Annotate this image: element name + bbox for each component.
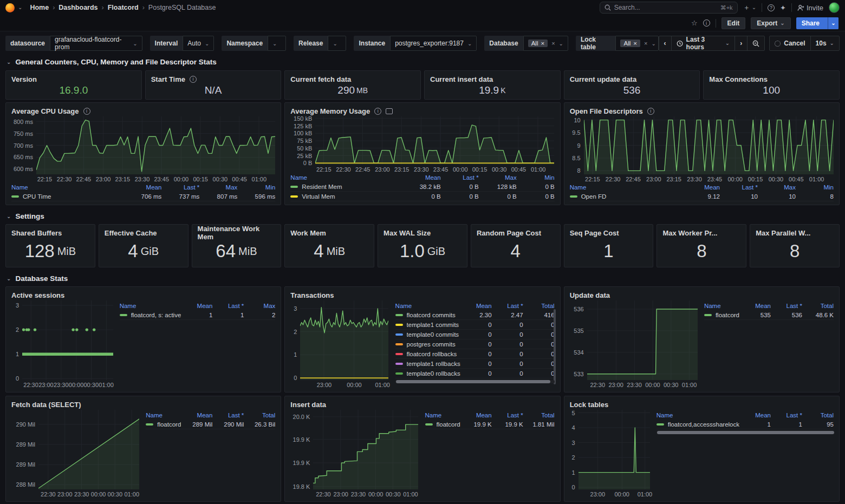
legend-col-last[interactable]: Last * bbox=[212, 412, 244, 418]
update-chart[interactable]: 53653553453322:3023:0023:3000:0000:3001:… bbox=[570, 300, 698, 389]
value-tag[interactable]: All× bbox=[620, 40, 640, 47]
legend-col-max[interactable]: Max bbox=[758, 184, 796, 191]
time-shift-forward-button[interactable]: › bbox=[735, 36, 748, 50]
legend-col-mean[interactable]: Mean bbox=[739, 303, 771, 309]
panel-title[interactable]: Lock tables bbox=[570, 399, 834, 410]
series-name[interactable]: floatcord commits bbox=[407, 312, 460, 318]
legend-col-total[interactable]: Total bbox=[523, 303, 555, 309]
legend-col-total[interactable]: Total bbox=[802, 303, 834, 309]
panel-title[interactable]: Update data bbox=[570, 290, 834, 300]
variable-value-picker[interactable]: postgres_exporter:9187⌄ bbox=[390, 36, 477, 51]
transactions-chart[interactable]: 321023:0000:0001:00 bbox=[290, 300, 388, 389]
legend-col-name[interactable]: Name bbox=[570, 184, 682, 191]
variable-value-picker[interactable]: All××⌄ bbox=[615, 36, 658, 51]
series-name[interactable]: CPU Time bbox=[23, 193, 123, 200]
variable-value-picker[interactable]: grafanacloud-floatcord-prom⌄ bbox=[50, 36, 142, 51]
section-database-stats[interactable]: ⌄ Database Stats bbox=[6, 274, 840, 283]
section-settings[interactable]: ⌄ Settings bbox=[6, 212, 840, 220]
series-name[interactable]: template0 rollbacks bbox=[407, 370, 460, 377]
share-dropdown-icon[interactable]: ⌄ bbox=[828, 17, 838, 29]
clear-icon[interactable]: × bbox=[551, 40, 555, 47]
legend-col-min[interactable]: Min bbox=[796, 184, 834, 191]
variable-instance[interactable]: Instancepostgres_exporter:9187⌄ bbox=[354, 36, 477, 51]
legend-col-name[interactable]: Name bbox=[290, 174, 402, 181]
add-button[interactable]: ＋⌄ bbox=[743, 3, 756, 12]
series-name[interactable]: template1 commits bbox=[407, 322, 460, 328]
dashboard-info-icon[interactable]: i bbox=[703, 19, 710, 27]
variable-release[interactable]: Release⌄ bbox=[294, 36, 346, 51]
legend-col-mean[interactable]: Mean bbox=[682, 184, 720, 191]
legend-col-min[interactable]: Min bbox=[517, 174, 555, 181]
legend-col-mean[interactable]: Mean bbox=[460, 412, 492, 418]
memory-chart[interactable]: 150 kB125 kB100 kB75 kB50 kB25 kB0 B22:1… bbox=[290, 116, 554, 173]
legend-col-last[interactable]: Last * bbox=[771, 412, 802, 418]
sessions-chart[interactable]: 321022:3023:0023:3000:0000:3001:00 bbox=[11, 300, 113, 389]
series-name[interactable]: template0 commits bbox=[407, 331, 460, 338]
variable-database[interactable]: DatabaseAll××⌄ bbox=[484, 36, 568, 51]
legend-col-name[interactable]: Name bbox=[11, 184, 123, 191]
remove-tag-icon[interactable]: × bbox=[633, 40, 637, 47]
cpu-chart[interactable]: 800 ms750 ms700 ms650 ms600 ms22:1522:30… bbox=[11, 116, 275, 183]
invite-button[interactable]: Invite bbox=[797, 4, 823, 12]
series-name[interactable]: floatcord bbox=[716, 312, 739, 318]
variable-namespace[interactable]: Namespace⌄ bbox=[222, 36, 286, 51]
legend-col-mean[interactable]: Mean bbox=[403, 174, 441, 181]
panel-links-icon[interactable] bbox=[386, 108, 393, 114]
info-icon[interactable]: i bbox=[190, 76, 197, 83]
variable-value-picker[interactable]: Auto⌄ bbox=[183, 36, 214, 51]
series-name[interactable]: floatcord, s: active bbox=[131, 312, 181, 318]
legend-col-total[interactable]: Total bbox=[523, 412, 555, 418]
section-general-counters[interactable]: ⌄ General Counters, CPU, Memory and File… bbox=[6, 58, 840, 66]
legend-col-mean[interactable]: Mean bbox=[181, 412, 212, 418]
series-name[interactable]: template1 rollbacks bbox=[407, 361, 460, 367]
panel-title[interactable]: Average CPU Usage i bbox=[11, 106, 275, 116]
lock-chart[interactable]: 54321023:0000:0001:00 bbox=[570, 410, 650, 498]
time-range-picker[interactable]: Last 3 hours ⌄ bbox=[672, 36, 736, 50]
variable-interval[interactable]: IntervalAuto⌄ bbox=[150, 36, 214, 51]
legend-col-last[interactable]: Last * bbox=[720, 184, 758, 191]
legend-col-mean[interactable]: Mean bbox=[123, 184, 161, 191]
panel-title[interactable]: Open File Descriptors i bbox=[570, 106, 834, 116]
legend-col-last[interactable]: Last * bbox=[771, 303, 802, 309]
refresh-cancel-button[interactable]: Cancel bbox=[770, 36, 810, 50]
legend-col-last[interactable]: Last * bbox=[492, 303, 523, 309]
favorite-star-icon[interactable]: ☆ bbox=[691, 19, 698, 27]
legend-col-name[interactable]: Name bbox=[120, 303, 181, 309]
export-button[interactable]: Export⌄ bbox=[751, 17, 790, 29]
series-name[interactable]: Virtual Mem bbox=[302, 193, 402, 200]
panel-title[interactable]: Active sessions bbox=[11, 290, 275, 300]
panel-title[interactable]: Fetch data (SELECT) bbox=[11, 399, 275, 410]
legend-horizontal-scrollbar[interactable] bbox=[656, 431, 834, 434]
value-tag[interactable]: All× bbox=[528, 40, 548, 47]
share-button[interactable]: Share⌄ bbox=[796, 17, 838, 29]
legend-col-name[interactable]: Name bbox=[146, 412, 181, 418]
grafana-logo-icon[interactable] bbox=[5, 3, 15, 12]
legend-col-total[interactable]: Total bbox=[802, 412, 834, 418]
series-name[interactable]: floatcord,accesssharelock bbox=[668, 421, 739, 428]
breadcrumb-item-home[interactable]: Home bbox=[30, 4, 49, 11]
series-name[interactable]: floatcord bbox=[437, 421, 460, 428]
legend-col-mean[interactable]: Mean bbox=[739, 412, 771, 418]
breadcrumb-item-floatcord[interactable]: Floatcord bbox=[108, 4, 139, 11]
legend-vertical-scrollbar[interactable] bbox=[554, 309, 556, 384]
legend-col-total[interactable]: Total bbox=[244, 412, 275, 418]
breadcrumb-item-dashboards[interactable]: Dashboards bbox=[58, 4, 98, 11]
legend-col-max[interactable]: Max bbox=[479, 174, 517, 181]
legend-col-name[interactable]: Name bbox=[704, 303, 739, 309]
legend-col-last[interactable]: Last * bbox=[441, 174, 479, 181]
legend-col-last[interactable]: Last * bbox=[492, 412, 523, 418]
panel-title[interactable]: Insert data bbox=[290, 399, 554, 410]
legend-col-name[interactable]: Name bbox=[425, 412, 460, 418]
fd-chart[interactable]: 109.598.5822:1522:3022:4523:0023:1523:30… bbox=[570, 116, 834, 183]
ai-assistant-icon[interactable]: ✦ bbox=[780, 4, 786, 12]
variable-value-picker[interactable]: ⌄ bbox=[268, 36, 286, 51]
insert-chart[interactable]: 20.0 K19.9 K19.9 K19.8 K22:3023:0023:300… bbox=[290, 410, 418, 498]
panel-title[interactable]: Transactions bbox=[290, 290, 554, 300]
edit-button[interactable]: Edit bbox=[722, 17, 746, 29]
info-icon[interactable]: i bbox=[647, 108, 654, 115]
series-name[interactable]: floatcord bbox=[157, 421, 181, 428]
clear-icon[interactable]: × bbox=[644, 40, 647, 47]
variable-value-picker[interactable]: All××⌄ bbox=[523, 36, 568, 51]
variable-value-picker[interactable]: ⌄ bbox=[328, 36, 346, 51]
legend-horizontal-scrollbar[interactable] bbox=[395, 380, 555, 383]
